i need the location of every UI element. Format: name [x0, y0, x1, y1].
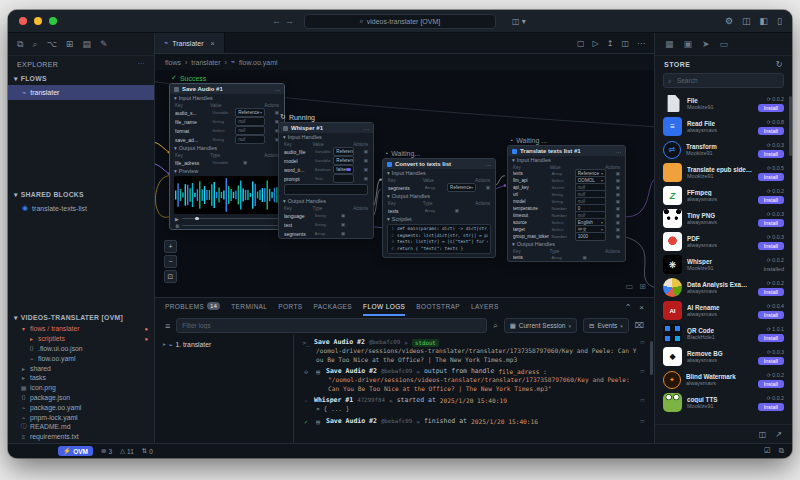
row-actions-icon[interactable]: ▣ [608, 199, 620, 204]
clear-logs-icon[interactable]: ⌧ [635, 321, 644, 330]
node-output-row[interactable]: text String ▣ [279, 220, 373, 229]
close-panel-icon[interactable]: × [639, 303, 644, 312]
node-output-row[interactable]: file_adress Variable ▣ [170, 158, 284, 167]
panel-tab[interactable]: BOOTSTRAP [416, 298, 460, 316]
inputs-section[interactable]: ▾Input Handles [170, 94, 284, 102]
maximize-window-button[interactable] [49, 17, 57, 25]
playhead[interactable] [195, 217, 198, 220]
node-input-row[interactable]: file_name String null ▣ [170, 117, 284, 126]
scriptlet-code[interactable]: 1def main(params: dict) -> dict[str, lis… [387, 224, 491, 254]
session-item-translater[interactable]: ▸ ⌁ 1. translater [155, 338, 293, 350]
zoom-out-button[interactable]: − [164, 255, 177, 268]
tree-item[interactable]: ▦ icon.png [8, 383, 154, 393]
sidebar-item-translate-texts-list[interactable]: ◉ translate-texts-list [8, 201, 154, 215]
panel-tab[interactable]: PROBLEMS 14 [165, 298, 220, 316]
close-window-button[interactable] [19, 17, 27, 25]
sidebar-item-translater[interactable]: ⌁ translater [8, 85, 154, 100]
store-item[interactable]: File Mooklze91 0.0.2 Install [663, 92, 784, 115]
comment-icon[interactable]: ▭ [640, 367, 644, 393]
log-list[interactable]: >_ Save Audio #2 @bebafc09 » stdout [294, 335, 654, 443]
sidebar-toggle-icon[interactable]: ◧ [760, 16, 769, 26]
panel-tab[interactable]: LAYERS [471, 298, 499, 316]
outputs-section[interactable]: ▾Output Handles [170, 144, 284, 152]
node-input-row[interactable]: source Select English ▣ [508, 219, 625, 226]
tree-item[interactable]: ⓘ README.md [8, 422, 154, 432]
tree-item[interactable]: ≡ requirements.txt [8, 432, 154, 442]
row-actions-icon[interactable]: ▣ [608, 220, 620, 225]
publish-icon[interactable]: ➤ [702, 39, 710, 49]
node-input-row[interactable]: timeout Number null ▣ [508, 212, 625, 219]
row-actions-icon[interactable]: ▣ [608, 206, 620, 211]
node-whisper-1[interactable]: ↻ Running Whisper #1 ⋯ ▾Input Handles Ke… [278, 112, 374, 239]
node-input-row[interactable]: format Select null ▣ [170, 126, 284, 135]
install-button[interactable]: Install [758, 334, 784, 342]
scrollbar[interactable] [789, 96, 792, 156]
tree-item[interactable]: ▾ flows / translater ● [8, 324, 154, 334]
vm-selector[interactable]: ◫ ▾ [512, 17, 526, 26]
tree-item[interactable]: ▸ tasks [8, 373, 154, 383]
node-output-row[interactable]: texts Array ▣ [508, 254, 625, 261]
panel-tab[interactable]: TERMINAL [231, 298, 267, 316]
install-button[interactable]: Install [758, 288, 784, 296]
ovm-badge[interactable]: ⚡ OVM [58, 446, 93, 456]
install-button[interactable]: Install [758, 150, 784, 158]
comment-icon[interactable]: ▭ [640, 396, 644, 414]
layout-icon[interactable]: ▢ [577, 39, 585, 48]
node-more-icon[interactable]: ⋯ [615, 148, 621, 155]
run-icon[interactable]: ▷ [593, 39, 599, 48]
back-icon[interactable]: ← [272, 16, 285, 26]
node-input-row[interactable]: url String null ▣ [508, 191, 625, 198]
log-entry[interactable]: ⊖ ▤ Save Audio #2 @bebafc09 » output fro… [302, 367, 644, 393]
store-item[interactable]: ✦ Blind Watermark alwaysmavs 0.0.2 Insta… [663, 368, 784, 391]
warnings-count[interactable]: △ 11 [120, 447, 134, 455]
tree-item[interactable]: ⌁ package.oo.yaml [8, 402, 154, 412]
row-actions-icon[interactable]: ▣ [333, 213, 345, 218]
node-output-row[interactable]: language String ▣ [279, 211, 373, 220]
store-item[interactable]: ◆ Remove BG alwaysmavs 0.0.3 Install [663, 345, 784, 368]
split-icon[interactable]: ◫ [742, 16, 751, 26]
install-button[interactable]: Install [758, 380, 784, 388]
row-actions-icon[interactable]: ▣ [608, 178, 620, 183]
minimap-icon[interactable]: ▭ [626, 282, 634, 291]
close-tab-icon[interactable]: × [210, 40, 214, 47]
history-nav[interactable]: ←→ [272, 16, 298, 26]
events-dropdown[interactable]: ⊟ Events ▾ [583, 318, 629, 333]
ports-count[interactable]: ⇅ 0 [142, 447, 153, 455]
store-item[interactable]: Data Analysis Examples alwaysmavs 0.0.2 … [663, 276, 784, 299]
node-more-icon[interactable]: ⋯ [274, 86, 280, 93]
zoom-fit-button[interactable]: ⊡ [164, 270, 177, 283]
store-item[interactable]: Tiny PNG alwaysmavs 0.0.3 Install [663, 207, 784, 230]
row-actions-icon[interactable]: ▣ [608, 213, 620, 218]
row-actions-icon[interactable]: ▣ [608, 192, 620, 197]
store-item[interactable]: PDF alwaysmavs 0.0.3 Install [663, 230, 784, 253]
files-icon[interactable]: ⧉ [17, 39, 23, 50]
errors-count[interactable]: ⊗ 3 [101, 447, 112, 455]
filter-logs-input[interactable] [176, 318, 487, 333]
chevron-right-icon[interactable]: ▸ [163, 341, 166, 347]
store-icon[interactable]: ▣ [684, 39, 693, 49]
install-button[interactable]: Install [758, 219, 784, 227]
node-input-row[interactable]: prompt Text ▣ [279, 174, 373, 183]
breadcrumb[interactable]: flows › translater › ⌁ flow.oo.yaml [155, 54, 654, 70]
node-input-row[interactable]: word_ti... Boolean false ▣ [279, 165, 373, 174]
log-entry[interactable]: ◦ Whisper #1 47299f84 » started at [302, 396, 644, 414]
node-input-row[interactable]: texts Array Reference ▣ [508, 170, 625, 177]
explorer-more-icon[interactable]: ⋯ [138, 60, 145, 68]
node-input-row[interactable]: target Select 中文 ▣ [508, 226, 625, 233]
node-input-row[interactable]: llm_api Select OOMOL ▣ [508, 177, 625, 184]
project-section-header[interactable]: ▾ VIDEOS-TRANSLATER [OVM] [8, 311, 154, 324]
mail-icon[interactable]: ▤ [82, 39, 91, 49]
node-input-row[interactable]: api_key Secret null ▣ [508, 184, 625, 191]
tree-item[interactable]: ▸ shared [8, 363, 154, 373]
comment-icon[interactable]: ▭ [640, 338, 644, 364]
row-actions-icon[interactable]: ▣ [235, 160, 247, 165]
tree-item[interactable]: {} .flow.ui.oo.json [8, 344, 154, 354]
tree-item[interactable]: ⌁ pnpm-lock.yaml [8, 412, 154, 422]
node-input-row[interactable]: model String null ▣ [508, 198, 625, 205]
scrollbar[interactable] [650, 341, 653, 375]
row-actions-icon[interactable]: ▣ [608, 185, 620, 190]
panel-tab[interactable]: FLOW LOGS [363, 298, 405, 316]
row-actions-icon[interactable]: ▣ [333, 231, 345, 236]
row-actions-icon[interactable]: ▣ [356, 167, 368, 172]
node-more-icon[interactable]: ⋯ [485, 161, 491, 168]
